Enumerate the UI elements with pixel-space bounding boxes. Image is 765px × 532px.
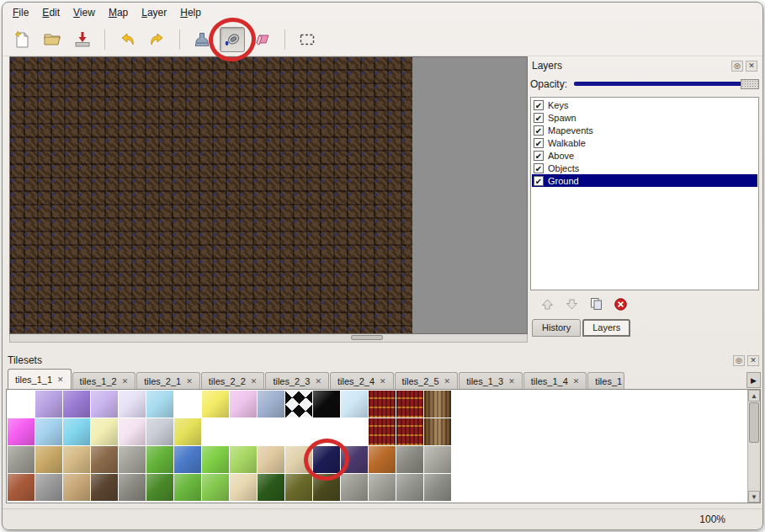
tileset-tile[interactable] <box>369 391 396 418</box>
tileset-tile[interactable] <box>91 474 118 501</box>
tileset-tile[interactable] <box>35 474 62 501</box>
tileset-tab-tiles_1_2[interactable]: tiles_1_2✕ <box>72 372 136 389</box>
layer-visibility-checkbox[interactable]: ✔ <box>534 138 544 148</box>
close-tab-icon[interactable]: ✕ <box>508 377 515 386</box>
tileset-tile[interactable] <box>230 418 257 445</box>
tileset-tile[interactable] <box>230 446 257 473</box>
tileset-tile[interactable] <box>258 474 284 501</box>
float-panel-icon[interactable]: ◎ <box>733 355 745 366</box>
close-tab-icon[interactable]: ✕ <box>573 377 580 386</box>
tileset-tile[interactable] <box>202 474 229 501</box>
tileset-vertical-scrollbar[interactable]: ▲ ▼ <box>747 390 760 503</box>
layer-row-objects[interactable]: ✔Objects <box>532 162 757 174</box>
map-tile-layer[interactable] <box>10 57 412 333</box>
opacity-slider-handle[interactable] <box>741 79 759 89</box>
tileset-tile[interactable] <box>424 474 451 501</box>
tileset-tile[interactable] <box>202 418 229 445</box>
tileset-tile[interactable] <box>8 474 35 501</box>
layer-row-mapevents[interactable]: ✔Mapevents <box>532 124 757 136</box>
tileset-tile[interactable] <box>146 474 173 501</box>
tileset-tile[interactable] <box>174 446 201 473</box>
scroll-up-button[interactable]: ▲ <box>748 390 760 402</box>
tileset-tile[interactable] <box>369 474 396 501</box>
float-panel-icon[interactable]: ◎ <box>731 61 743 72</box>
tileset-tile[interactable] <box>313 474 340 501</box>
tileset-tile[interactable] <box>146 391 173 418</box>
eraser-tool-button[interactable] <box>250 27 275 52</box>
tileset-tile[interactable] <box>285 391 312 418</box>
close-tab-icon[interactable]: ✕ <box>251 377 258 386</box>
tileset-tile[interactable] <box>341 446 368 473</box>
tileset-tile[interactable] <box>396 446 423 473</box>
tileset-tile[interactable] <box>369 446 396 473</box>
scroll-down-button[interactable]: ▼ <box>748 491 760 503</box>
tab-layers[interactable]: Layers <box>582 319 630 337</box>
tileset-tile[interactable] <box>341 474 368 501</box>
redo-button[interactable] <box>145 27 170 52</box>
new-map-button[interactable] <box>9 27 35 52</box>
move-layer-up-button[interactable] <box>540 298 555 311</box>
move-layer-down-button[interactable] <box>565 298 579 311</box>
layer-row-above[interactable]: ✔Above <box>532 149 757 162</box>
tileset-tile[interactable] <box>35 418 62 445</box>
tileset-tile[interactable] <box>35 391 62 418</box>
tileset-tab-tiles_2_3[interactable]: tiles_2_3✕ <box>265 372 329 389</box>
tab-scroll-right-button[interactable]: ▶ <box>746 372 761 388</box>
tileset-tab-tiles_2_5[interactable]: tiles_2_5✕ <box>395 372 459 389</box>
tileset-tile[interactable] <box>174 418 201 445</box>
close-tab-icon[interactable]: ✕ <box>186 377 193 386</box>
tileset-tile[interactable] <box>369 418 396 445</box>
tileset-tile[interactable] <box>313 391 340 418</box>
tileset-tile[interactable] <box>91 418 118 445</box>
close-tab-icon[interactable]: ✕ <box>380 377 386 386</box>
tileset-tile[interactable] <box>285 474 312 501</box>
tileset-tile[interactable] <box>146 418 173 445</box>
close-panel-icon[interactable]: ✕ <box>747 355 759 366</box>
tileset-tab-tiles_1_3[interactable]: tiles_1_3✕ <box>459 372 523 389</box>
layer-row-ground[interactable]: ✔Ground <box>532 174 757 187</box>
tileset-tile[interactable] <box>230 474 257 501</box>
duplicate-layer-button[interactable] <box>589 297 603 311</box>
tileset-tile[interactable] <box>146 446 173 473</box>
tileset-tile[interactable] <box>63 418 90 445</box>
close-tab-icon[interactable]: ✕ <box>57 375 64 384</box>
tileset-tile[interactable] <box>424 418 451 445</box>
tileset-tile[interactable] <box>341 418 368 445</box>
tileset-tile[interactable] <box>174 391 201 418</box>
tileset-tile[interactable] <box>313 418 340 445</box>
tileset-tile[interactable] <box>119 418 146 445</box>
close-tab-icon[interactable]: ✕ <box>122 377 129 386</box>
tileset-tile[interactable] <box>8 391 35 418</box>
tileset-tile[interactable] <box>230 391 257 418</box>
tileset-tile[interactable] <box>285 418 312 445</box>
undo-button[interactable] <box>114 27 140 52</box>
tileset-tile[interactable] <box>8 418 35 445</box>
tileset-tile[interactable] <box>313 446 340 473</box>
tileset-tile[interactable] <box>119 446 146 473</box>
tileset-tile[interactable] <box>396 474 423 501</box>
tileset-tab-tiles_1_4[interactable]: tiles_1_4✕ <box>523 372 587 389</box>
tileset-tile[interactable] <box>63 391 90 418</box>
tileset-tile[interactable] <box>341 391 368 418</box>
layer-visibility-checkbox[interactable]: ✔ <box>534 176 544 186</box>
tab-history[interactable]: History <box>532 319 581 337</box>
tileset-tile[interactable] <box>258 391 284 418</box>
tileset-tile[interactable] <box>285 446 312 473</box>
tileset-tab-tiles_2_2[interactable]: tiles_2_2✕ <box>201 372 265 389</box>
tileset-tile[interactable] <box>91 391 118 418</box>
tileset-tile[interactable] <box>396 418 423 445</box>
tileset-tile[interactable] <box>119 391 146 418</box>
menu-file[interactable]: File <box>6 4 35 21</box>
close-tab-icon[interactable]: ✕ <box>444 377 451 386</box>
layer-visibility-checkbox[interactable]: ✔ <box>534 151 544 161</box>
tileset-tile[interactable] <box>424 391 451 418</box>
tileset-tile[interactable] <box>258 446 284 473</box>
layer-visibility-checkbox[interactable]: ✔ <box>534 163 544 173</box>
close-tab-icon[interactable]: ✕ <box>315 377 321 386</box>
layer-visibility-checkbox[interactable]: ✔ <box>534 100 544 110</box>
scrollbar-thumb[interactable] <box>351 335 383 340</box>
tileset-tile[interactable] <box>35 446 62 473</box>
tileset-tile[interactable] <box>202 391 229 418</box>
tileset-tile[interactable] <box>258 418 284 445</box>
tileset-tile[interactable] <box>202 446 229 473</box>
